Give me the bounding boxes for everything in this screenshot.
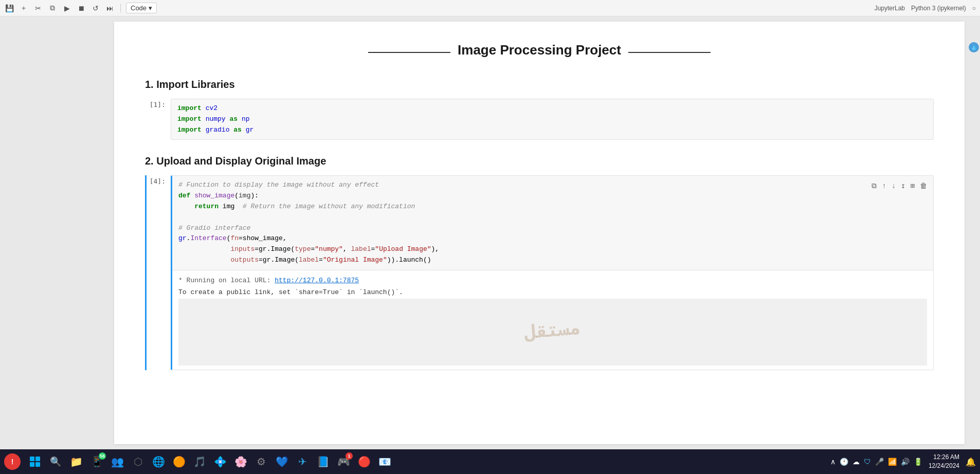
tray-time-sync-icon: 🕐	[840, 458, 848, 466]
code2-line-4	[178, 212, 927, 223]
code2-line-3: return img # Return the image without an…	[178, 202, 927, 212]
save-icon[interactable]: 💾	[4, 3, 14, 13]
code-cell-1[interactable]: [1]: import cv2 import numpy as np impor…	[145, 99, 934, 140]
notebook-title-container: Image Processing Project	[145, 42, 934, 58]
section1-number: 1.	[145, 79, 154, 90]
taskbar-3d[interactable]: ⬡	[128, 451, 148, 472]
taskbar-unknown-red[interactable]: 🔴	[354, 451, 374, 472]
jupyterlab-label: JupyterLab	[875, 5, 905, 12]
title-right-line	[628, 52, 711, 53]
more-btn[interactable]: ⊞	[910, 180, 916, 192]
delete-btn[interactable]: 🗑	[919, 180, 928, 192]
section2-header: 2. Upload and Display Original Image	[145, 155, 934, 167]
kernel-status-icon: ○	[972, 5, 976, 12]
tray-cloud-icon: ☁	[852, 458, 860, 466]
cell2-number: [4]:	[145, 175, 171, 370]
taskbar-teams[interactable]: 👥	[107, 451, 128, 472]
code-cell-2[interactable]: [4]: ⧉ ↑ ↓ ↧ ⊞ 🗑 # Function to display t…	[145, 175, 934, 370]
divider	[120, 4, 121, 13]
cell-toolbar: ⧉ ↑ ↓ ↧ ⊞ 🗑	[870, 180, 928, 192]
notebook-content: Image Processing Project 1. Import Libra…	[114, 22, 965, 401]
taskbar-clock[interactable]: 12:26 AM 12/24/2024	[929, 453, 959, 470]
windows-logo	[30, 457, 40, 467]
fast-forward-icon[interactable]: ⏭	[105, 3, 115, 13]
right-sidebar: 💧	[970, 16, 980, 449]
tray-wifi-icon[interactable]: 📶	[888, 458, 897, 466]
notification-bell[interactable]: 🔔	[966, 457, 976, 467]
code2-line-7: inputs=gr.Image(type="numpy", label="Upl…	[178, 244, 927, 255]
local-url-link[interactable]: http://127.0.0.1:7875	[275, 277, 359, 284]
user-avatar[interactable]: !	[4, 453, 21, 470]
taskbar-visual-studio[interactable]: 💠	[210, 451, 230, 472]
tray-battery-icon: 🔋	[914, 458, 922, 466]
taskbar-telegram[interactable]: ✈	[292, 451, 313, 472]
taskbar: ! 🔍 📁 📱 56 👥 ⬡ 🌐 🟠 🎵 💠 🌸 ⚙ 💙 ✈ 📘 �	[0, 449, 980, 474]
right-sidebar-icon[interactable]: 💧	[969, 42, 979, 52]
taskbar-mindmap[interactable]: 🌸	[230, 451, 251, 472]
whatsapp-badge: 56	[99, 452, 106, 460]
tray-speaker-icon[interactable]: 🔊	[901, 458, 910, 466]
taskbar-whatsapp[interactable]: 📱 56	[86, 451, 107, 472]
taskbar-edge[interactable]: 🌐	[148, 451, 169, 472]
cell2-code[interactable]: ⧉ ↑ ↓ ↧ ⊞ 🗑 # Function to display the im…	[172, 176, 933, 269]
cell1-content[interactable]: import cv2 import numpy as np import gra…	[171, 99, 934, 140]
active-cell-indicator	[145, 175, 147, 370]
output-line-2: To create a public link, set `share=True…	[178, 286, 927, 298]
taskbar-right: ∧ 🕐 ☁ 🛡 🎤 📶 🔊 🔋 12:26 AM 12/24/2024 🔔	[830, 453, 976, 470]
kernel-info: JupyterLab Python 3 (ipykernel) ○	[875, 5, 976, 12]
code2-line-5: # Gradio interface	[178, 223, 927, 234]
code2-line-8: outputs=gr.Image(label="Original Image")…	[178, 255, 927, 266]
taskbar-gear[interactable]: ⚙	[251, 451, 271, 472]
move-up-btn[interactable]: ↑	[881, 180, 887, 192]
main-content: Image Processing Project 1. Import Libra…	[0, 16, 980, 449]
taskbar-brave[interactable]: 🟠	[169, 451, 189, 472]
cell-type-label: Code	[131, 4, 147, 12]
cell1-number: [1]:	[145, 99, 171, 140]
gradio-embed[interactable]: مستقل	[178, 299, 927, 366]
code2-line-6: gr.Interface(fn=show_image,	[178, 233, 927, 244]
scissors-icon[interactable]: ✂	[33, 3, 43, 13]
download-btn[interactable]: ↧	[900, 180, 906, 192]
clock-date: 12/24/2024	[929, 462, 959, 470]
notebook-title: Image Processing Project	[458, 42, 621, 58]
top-toolbar: 💾 ＋ ✂ ⧉ ▶ ⏹ ↺ ⏭ Code ▾ JupyterLab Python…	[0, 0, 980, 16]
discord-badge: 1	[346, 452, 353, 460]
taskbar-spotify[interactable]: 🎵	[189, 451, 210, 472]
tray-defender-icon: 🛡	[864, 458, 871, 466]
copy-cell-btn[interactable]: ⧉	[870, 180, 878, 192]
taskbar-facebook[interactable]: 📘	[313, 451, 333, 472]
tray-mic-icon[interactable]: 🎤	[875, 458, 884, 466]
watermark-text: مستقل	[523, 313, 582, 351]
restart-icon[interactable]: ↺	[90, 3, 101, 13]
move-down-btn[interactable]: ↓	[891, 180, 897, 192]
taskbar-vscode[interactable]: 💙	[271, 451, 292, 472]
copy-icon[interactable]: ⧉	[47, 3, 58, 13]
taskbar-email[interactable]: 📧	[374, 451, 395, 472]
section2-title: Upload and Display Original Image	[156, 155, 326, 167]
stop-icon[interactable]: ⏹	[76, 3, 86, 13]
code-line-3: import gradio as gr	[177, 125, 927, 136]
code-line-2: import numpy as np	[177, 114, 927, 125]
notebook-area[interactable]: Image Processing Project 1. Import Libra…	[114, 22, 965, 444]
code2-line-2: def show_image(img):	[178, 191, 927, 202]
cell2-output: * Running on local URL: http://127.0.0.1…	[172, 270, 933, 370]
run-icon[interactable]: ▶	[62, 3, 72, 13]
output-line-1: * Running on local URL: http://127.0.0.1…	[178, 275, 927, 286]
section1-title: Import Libraries	[156, 79, 234, 90]
cell2-content[interactable]: ⧉ ↑ ↓ ↧ ⊞ 🗑 # Function to display the im…	[171, 175, 934, 370]
code2-line-1: # Function to display the image without …	[178, 180, 927, 191]
taskbar-search-button[interactable]: 🔍	[45, 451, 66, 472]
system-tray-icons: ∧ 🕐 ☁ 🛡 🎤 📶 🔊 🔋	[830, 458, 922, 466]
cell1-code[interactable]: import cv2 import numpy as np import gra…	[171, 99, 933, 139]
tray-chevron-icon[interactable]: ∧	[830, 458, 836, 466]
taskbar-file-explorer[interactable]: 📁	[66, 451, 86, 472]
clock-time: 12:26 AM	[929, 453, 959, 462]
title-left-line	[368, 52, 450, 53]
left-sidebar	[0, 16, 114, 449]
section2-number: 2.	[145, 155, 154, 167]
add-cell-icon[interactable]: ＋	[19, 3, 29, 13]
cell-type-dropdown[interactable]: Code ▾	[126, 3, 157, 13]
taskbar-discord[interactable]: 🎮 1	[333, 451, 354, 472]
code-line-1: import cv2	[177, 103, 927, 114]
start-button[interactable]	[25, 451, 45, 472]
